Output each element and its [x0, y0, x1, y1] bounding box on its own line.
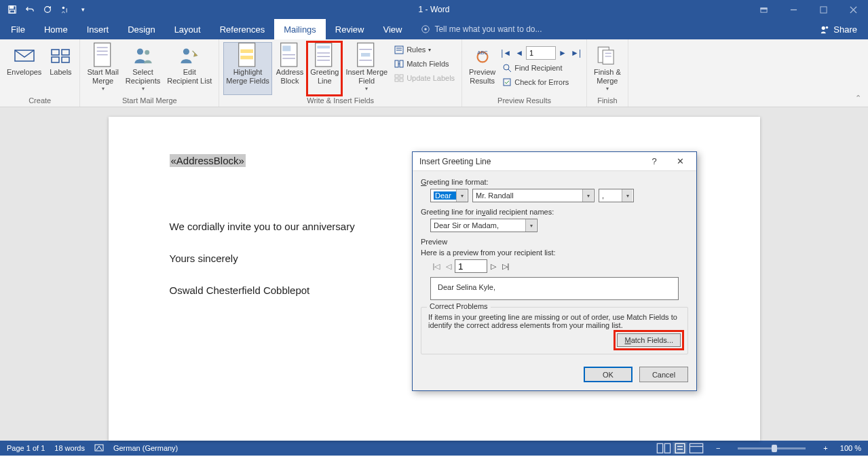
name-format-select[interactable]: Mr. Randall ▾: [472, 189, 595, 202]
ribbon: Envelopes Labels Create Start Mail Merge…: [0, 39, 868, 107]
greeting-line-button[interactable]: Greeting Line: [307, 42, 341, 95]
qat-customize[interactable]: ▾: [75, 1, 91, 18]
punctuation-select[interactable]: , ▾: [599, 189, 634, 202]
svg-point-15: [826, 26, 829, 29]
address-icon: [279, 45, 301, 67]
address-block-field[interactable]: «AddressBlock»: [170, 154, 246, 167]
rules-button[interactable]: Rules ▾: [392, 43, 457, 56]
insert-merge-field-button[interactable]: Insert Merge Field ▾: [343, 42, 390, 95]
tab-file[interactable]: File: [1, 19, 35, 39]
svg-point-56: [504, 64, 509, 70]
zoom-level[interactable]: 100 %: [840, 444, 861, 452]
highlight-icon: [237, 45, 259, 67]
touch-mode-button[interactable]: [57, 1, 73, 18]
preview-first-button[interactable]: |◁: [430, 259, 442, 273]
svg-rect-50: [395, 75, 398, 77]
svg-rect-7: [760, 7, 766, 9]
read-mode-button[interactable]: [656, 442, 671, 454]
address-block-button[interactable]: Address Block: [273, 42, 306, 95]
match-fields-button[interactable]: Match Fields: [392, 58, 457, 70]
preview-next-button[interactable]: ▷: [487, 259, 499, 273]
tab-design[interactable]: Design: [118, 19, 164, 39]
envelopes-button[interactable]: Envelopes: [4, 42, 44, 95]
print-layout-button[interactable]: [673, 442, 687, 454]
tab-review[interactable]: Review: [326, 19, 374, 39]
ribbon-display-button[interactable]: [749, 0, 778, 19]
language-status[interactable]: German (Germany): [113, 444, 178, 452]
undo-button[interactable]: [22, 1, 38, 18]
find-recipient-button[interactable]: Find Recipient: [499, 62, 582, 74]
labels-icon: [50, 45, 71, 67]
web-layout-button[interactable]: [689, 442, 704, 454]
svg-rect-65: [664, 443, 670, 453]
page-status[interactable]: Page 1 of 1: [7, 444, 45, 452]
select-recipients-button[interactable]: Select Recipients ▾: [123, 42, 163, 95]
prev-record-button[interactable]: ◄: [514, 48, 525, 58]
preview-results-button[interactable]: ABC Preview Results: [466, 42, 498, 95]
maximize-button[interactable]: [808, 0, 838, 19]
preview-index-input[interactable]: [455, 259, 487, 273]
word-count[interactable]: 18 words: [54, 444, 85, 452]
collapse-ribbon-button[interactable]: ⌃: [855, 94, 861, 103]
insert-greeting-line-dialog: Insert Greeting Line ? ✕ Greeting line f…: [412, 151, 697, 391]
check-errors-button[interactable]: Check for Errors: [499, 76, 582, 88]
labels-button[interactable]: Labels: [45, 42, 75, 95]
status-bar: Page 1 of 1 18 words German (Germany) − …: [0, 441, 868, 456]
save-button[interactable]: [4, 1, 20, 18]
tab-references[interactable]: References: [210, 19, 274, 39]
close-button[interactable]: [838, 0, 868, 19]
ok-button[interactable]: OK: [584, 367, 633, 382]
svg-rect-42: [361, 53, 370, 56]
svg-rect-1: [10, 6, 14, 9]
share-button[interactable]: Share: [809, 19, 868, 39]
close-button[interactable]: ✕: [671, 154, 690, 169]
redo-button[interactable]: [39, 1, 56, 18]
ribbon-tabs: File Home Insert Design Layout Reference…: [0, 19, 868, 39]
edit-list-icon: [178, 45, 200, 67]
finish-merge-button[interactable]: Finish & Merge ▾: [591, 42, 624, 95]
record-number-input[interactable]: [526, 46, 556, 60]
last-record-button[interactable]: ►|: [569, 48, 582, 58]
correct-problems-label: Correct Problems: [427, 302, 491, 310]
preview-prev-button[interactable]: ◁: [442, 259, 455, 273]
svg-rect-28: [239, 43, 255, 67]
chevron-down-icon: ▾: [582, 189, 593, 202]
preview-label: Preview: [421, 238, 688, 246]
preview-last-button[interactable]: ▷|: [499, 259, 512, 273]
svg-rect-53: [400, 79, 403, 81]
salutation-select[interactable]: Dear ▾: [430, 189, 468, 202]
next-record-button[interactable]: ►: [557, 48, 568, 58]
match-fields-dialog-button[interactable]: Match Fields...: [617, 333, 681, 347]
group-start-label: Start Mail Merge: [84, 95, 214, 107]
proofing-icon[interactable]: [94, 443, 104, 454]
minimize-button[interactable]: [778, 0, 808, 19]
tab-mailings[interactable]: Mailings: [274, 19, 326, 39]
svg-rect-32: [282, 45, 290, 51]
first-record-button[interactable]: |◄: [499, 48, 512, 58]
invalid-greeting-select[interactable]: Dear Sir or Madam, ▾: [430, 219, 537, 232]
highlight-merge-fields-button[interactable]: Highlight Merge Fields: [223, 42, 272, 95]
tell-me-search[interactable]: Tell me what you want to do...: [411, 19, 542, 39]
tell-me-placeholder: Tell me what you want to do...: [434, 24, 542, 34]
cancel-button[interactable]: Cancel: [639, 367, 688, 382]
svg-rect-69: [690, 443, 702, 453]
record-navigation: |◄ ◄ ► ►|: [499, 43, 582, 60]
help-button[interactable]: ?: [645, 154, 664, 169]
svg-rect-29: [240, 50, 253, 53]
preview-text-box: Dear Selina Kyle,: [430, 277, 679, 300]
zoom-slider[interactable]: [738, 447, 806, 449]
finish-icon: [597, 45, 618, 67]
tab-insert[interactable]: Insert: [77, 19, 119, 39]
tab-home[interactable]: Home: [35, 19, 77, 39]
svg-point-4: [62, 7, 65, 10]
quick-access-toolbar: ▾: [0, 1, 95, 18]
tab-view[interactable]: View: [373, 19, 411, 39]
chevron-down-icon: ▾: [622, 189, 633, 202]
zoom-out-button[interactable]: −: [713, 444, 723, 452]
zoom-in-button[interactable]: +: [820, 444, 830, 452]
svg-rect-20: [62, 57, 69, 62]
tab-layout[interactable]: Layout: [165, 19, 210, 39]
svg-rect-30: [240, 56, 253, 59]
start-mail-merge-button[interactable]: Start Mail Merge ▾: [84, 42, 121, 95]
edit-recipient-list-button[interactable]: Edit Recipient List: [164, 42, 214, 95]
